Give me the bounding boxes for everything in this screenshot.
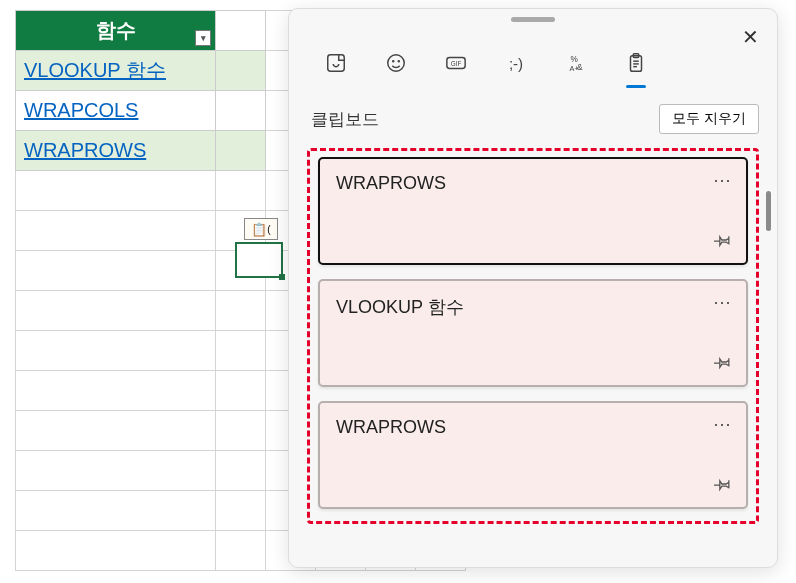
cell[interactable]: WRAPCOLS [16,91,216,131]
item-more-button[interactable]: ⋯ [713,169,732,191]
filter-dropdown-icon[interactable]: ▾ [195,30,211,46]
paste-options-button[interactable]: 📋 ( [244,218,278,240]
sticker-icon [325,52,347,74]
paste-options-caret: ( [267,224,270,235]
column-header[interactable]: 함수 ▾ [16,11,216,51]
cell[interactable] [216,131,266,171]
svg-text:A+: A+ [570,64,579,73]
clipboard-tab-icon [625,52,647,74]
tab-gif[interactable]: GIF [443,50,469,76]
clipboard-item[interactable]: WRAPROWS ⋯ [318,157,748,265]
cell[interactable]: WRAPROWS [16,131,216,171]
cell-link[interactable]: WRAPROWS [24,139,146,161]
tab-kaomoji[interactable]: ;-) [503,50,529,76]
clipboard-title: 클립보드 [311,108,379,131]
clipboard-item-text: VLOOKUP 함수 [336,295,730,319]
clipboard-item[interactable]: WRAPROWS ⋯ [318,401,748,509]
item-more-button[interactable]: ⋯ [713,413,732,435]
tab-clipboard[interactable] [623,50,649,76]
kaomoji-icon: ;-) [509,55,523,72]
scrollbar-thumb[interactable] [766,191,771,231]
close-button[interactable]: ✕ [738,21,763,53]
tab-symbols[interactable]: %&A+ [563,50,589,76]
column-header-label: 함수 [96,19,136,41]
clipboard-icon: 📋 [251,222,267,237]
svg-point-3 [398,61,399,62]
clipboard-panel: ✕ GIF ;-) %&A+ 클립보드 모두 지우기 WRAPROWS ⋯ [288,8,778,568]
clipboard-item-text: WRAPROWS [336,417,730,438]
svg-rect-0 [328,55,345,72]
item-pin-button[interactable] [714,353,732,375]
emoji-icon [385,52,407,74]
svg-point-2 [393,61,394,62]
cell[interactable] [216,11,266,51]
clipboard-item[interactable]: VLOOKUP 함수 ⋯ [318,279,748,387]
item-pin-button[interactable] [714,231,732,253]
cell[interactable]: VLOOKUP 함수 [16,51,216,91]
item-more-button[interactable]: ⋯ [713,291,732,313]
tab-recent[interactable] [323,50,349,76]
cell-link[interactable]: VLOOKUP 함수 [24,59,166,81]
gif-icon: GIF [445,52,467,74]
panel-tabs: GIF ;-) %&A+ [289,22,777,82]
pin-icon [714,231,732,249]
clipboard-item-text: WRAPROWS [336,173,730,194]
spreadsheet-table[interactable]: 함수 ▾ VLOOKUP 함수 WRAPCOLS WRAPROWS [15,10,266,171]
cell-link[interactable]: WRAPCOLS [24,99,138,121]
svg-text:GIF: GIF [451,60,462,67]
clear-all-button[interactable]: 모두 지우기 [659,104,759,134]
item-pin-button[interactable] [714,475,732,497]
cell[interactable] [216,51,266,91]
tab-emoji[interactable] [383,50,409,76]
pin-icon [714,475,732,493]
pin-icon [714,353,732,371]
active-cell[interactable] [235,242,283,278]
clipboard-header: 클립보드 모두 지우기 [289,82,777,144]
cell[interactable] [216,91,266,131]
clipboard-items-highlight: WRAPROWS ⋯ VLOOKUP 함수 ⋯ WRAPROWS ⋯ [307,148,759,524]
svg-point-1 [388,55,405,72]
symbols-icon: %&A+ [565,52,587,74]
